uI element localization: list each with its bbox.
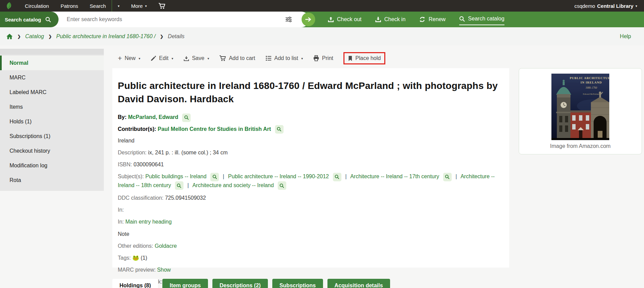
chevron-down-icon: ▾ — [207, 57, 209, 60]
tab-acquisition-details[interactable]: Acquisition details — [327, 279, 390, 288]
sidebar-item-holds[interactable]: Holds (1) — [0, 114, 104, 129]
sidebar-item-labeled-marc[interactable]: Labeled MARC — [0, 85, 104, 100]
koha-logo[interactable] — [5, 1, 14, 10]
help-link[interactable]: Help — [620, 33, 631, 40]
breadcrumb-separator: ❯ — [48, 34, 52, 39]
sidebar-item-subscriptions[interactable]: Subscriptions (1) — [0, 129, 104, 143]
book-cover-image[interactable]: PUBLIC ARCHITECTURE IN IRELAND 1680–1760… — [551, 74, 609, 140]
chevron-down-icon: ▾ — [118, 4, 119, 8]
koha-leaf-icon — [5, 2, 13, 10]
logged-in-user: csqdemo — [574, 3, 595, 9]
breadcrumb-separator: ❯ — [17, 34, 21, 39]
frog-tag-emoji[interactable]: 🐸 — [132, 255, 139, 261]
nav-more[interactable]: More▾ — [125, 0, 152, 12]
printer-icon — [313, 55, 319, 61]
sidebar-item-items[interactable]: Items — [0, 100, 104, 114]
bookmark-icon — [348, 56, 353, 61]
main-entry-heading-link[interactable]: Main entry heading — [125, 219, 172, 225]
cover-image-panel: PUBLIC ARCHITECTURE IN IRELAND 1680–1760… — [519, 68, 642, 154]
contributor-link[interactable]: Paul Mellon Centre for Studies in Britis… — [158, 126, 271, 132]
cover-caption: Image from Amazon.com — [550, 143, 611, 149]
check-out-icon — [328, 16, 334, 22]
nav-patrons[interactable]: Patrons — [55, 0, 84, 12]
quick-actions: Check out Check in Renew Search catalog — [328, 12, 504, 27]
subject-link[interactable]: Public buildings -- Ireland — [145, 173, 207, 179]
note-row: Note — [118, 230, 499, 238]
author-search-icon[interactable] — [182, 113, 191, 122]
tab-item-groups[interactable]: Item groups — [162, 279, 208, 288]
breadcrumb-record-link[interactable]: Public architecture in Ireland 1680-1760… — [56, 33, 156, 40]
sidebar-item-rota[interactable]: Rota — [0, 173, 104, 187]
tags-row: Tags: 🐸 (1) — [118, 254, 499, 262]
cart-button[interactable] — [152, 0, 171, 12]
subject-search-icon[interactable] — [210, 173, 219, 181]
search-filters-icon[interactable] — [285, 17, 292, 22]
sidebar-item-modification-log[interactable]: Modification log — [0, 158, 104, 173]
marc-preview-row: MARC preview: Show — [118, 266, 499, 274]
user-library-menu[interactable]: csqdemo Central Library ▾ — [574, 3, 644, 9]
nav-search-dropdown[interactable]: ▾ — [112, 0, 125, 12]
home-icon — [6, 33, 13, 40]
search-submit-button[interactable] — [302, 13, 315, 26]
chevron-down-icon: ▾ — [172, 57, 173, 60]
pencil-icon — [150, 56, 156, 61]
search-catalog-tab[interactable]: Search catalog — [459, 14, 504, 25]
save-button[interactable]: Save ▾ — [183, 55, 209, 61]
list-icon — [265, 56, 272, 61]
sidebar-top-strip — [0, 49, 104, 55]
country-row: Ireland — [118, 137, 499, 145]
subject-search-icon[interactable] — [175, 181, 183, 190]
nav-circulation[interactable]: Circulation — [19, 0, 55, 12]
subject-search-icon[interactable] — [443, 173, 452, 181]
tab-descriptions[interactable]: Descriptions (2) — [212, 279, 268, 288]
nav-search[interactable]: Search — [84, 0, 112, 12]
marc-preview-show-link[interactable]: Show — [157, 267, 171, 273]
sidebar-item-marc[interactable]: MARC — [0, 70, 104, 85]
contributor-search-icon[interactable] — [275, 125, 284, 134]
tab-holdings[interactable]: Holdings (8) — [112, 279, 158, 288]
chevron-down-icon: ▾ — [301, 57, 303, 60]
author-link[interactable]: McParland, Edward — [128, 114, 178, 120]
tab-subscriptions[interactable]: Subscriptions — [272, 279, 323, 288]
tag-count: (1) — [141, 255, 147, 261]
check-in-icon — [375, 16, 381, 22]
cart-icon — [158, 3, 165, 9]
home-link[interactable] — [6, 33, 13, 40]
record-title: Public architecture in Ireland 1680-1760… — [118, 79, 499, 106]
subject-search-icon[interactable] — [333, 173, 341, 181]
contributor-row: Contributor(s): Paul Mellon Centre for S… — [118, 125, 499, 134]
svg-text:1680–1760: 1680–1760 — [585, 86, 597, 89]
other-editions-row: Other editions: Goldacre — [118, 242, 499, 250]
check-in-button[interactable]: Check in — [375, 14, 405, 25]
subject-search-icon[interactable] — [278, 181, 286, 190]
svg-text:IN IRELAND: IN IRELAND — [581, 81, 602, 84]
chevron-down-icon: ▾ — [139, 57, 140, 60]
place-hold-button[interactable]: Place hold — [343, 52, 385, 64]
subject-link[interactable]: Public architecture -- Ireland -- 1990-2… — [228, 173, 329, 179]
renew-button[interactable]: Renew — [419, 14, 446, 25]
search-header-bar: Search catalog Check out Check in — [0, 12, 644, 27]
subject-link[interactable]: Architecture and society -- Ireland — [192, 182, 274, 188]
isbn-row: ISBN: 0300090641 — [118, 161, 499, 168]
print-button[interactable]: Print — [313, 55, 333, 61]
breadcrumb: ❯ Catalog ❯ Public architecture in Irela… — [0, 27, 644, 45]
edit-button[interactable]: Edit ▾ — [150, 55, 173, 61]
renew-icon — [419, 16, 425, 22]
add-to-list-button[interactable]: Add to list ▾ — [265, 55, 303, 61]
sidebar-item-normal[interactable]: Normal — [0, 56, 104, 70]
sidebar-item-checkout-history[interactable]: Checkout history — [0, 143, 104, 158]
breadcrumb-catalog-link[interactable]: Catalog — [25, 33, 44, 40]
new-button[interactable]: + New ▾ — [118, 55, 140, 61]
record-view-sidebar: Normal MARC Labeled MARC Items Holds (1)… — [0, 49, 104, 191]
check-out-button[interactable]: Check out — [328, 14, 361, 25]
submit-arrow-icon — [305, 17, 311, 22]
chevron-down-icon: ▾ — [635, 4, 637, 8]
in-main-entry-row: In: Main entry heading — [118, 218, 499, 226]
record-bottom-tabs: Holdings (8) Item groups Descriptions (2… — [112, 279, 390, 288]
current-library: Central Library — [597, 3, 633, 9]
breadcrumb-separator: ❯ — [160, 34, 163, 39]
other-editions-link[interactable]: Goldacre — [155, 243, 177, 249]
search-input[interactable] — [67, 16, 283, 22]
add-to-cart-button[interactable]: Add to cart — [219, 55, 255, 61]
subject-link[interactable]: Architecture -- Ireland -- 17th century — [350, 173, 439, 179]
